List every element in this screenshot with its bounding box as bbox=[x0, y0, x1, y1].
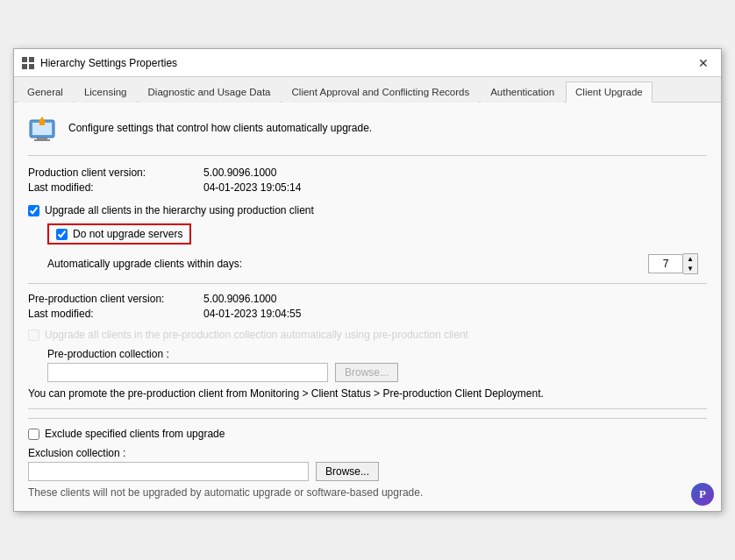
exclusion-collection-input[interactable] bbox=[28, 462, 309, 481]
tab-client-upgrade[interactable]: Client Upgrade bbox=[566, 82, 653, 103]
exclude-section: Exclude specified clients from upgrade E… bbox=[28, 418, 707, 499]
exclusion-collection-label: Exclusion collection : bbox=[28, 447, 125, 459]
exclude-clients-row: Exclude specified clients from upgrade bbox=[28, 428, 707, 440]
do-not-upgrade-servers-row: Do not upgrade servers bbox=[47, 223, 191, 245]
svg-rect-3 bbox=[29, 64, 34, 69]
content-area: Configure settings that control how clie… bbox=[14, 103, 721, 511]
exclusion-collection-section: Exclusion collection : Browse... bbox=[28, 447, 707, 481]
do-not-upgrade-servers-label[interactable]: Do not upgrade servers bbox=[73, 228, 182, 240]
note-text: You can promote the pre-production clien… bbox=[28, 387, 707, 400]
svg-rect-9 bbox=[34, 139, 50, 141]
tab-authentication[interactable]: Authentication bbox=[481, 82, 564, 103]
description-row: Configure settings that control how clie… bbox=[28, 115, 707, 156]
preprod-upgrade-row: Upgrade all clients in the pre-productio… bbox=[28, 329, 707, 341]
svg-rect-7 bbox=[39, 122, 45, 125]
exclude-clients-label[interactable]: Exclude specified clients from upgrade bbox=[45, 428, 225, 440]
tab-diagnostic[interactable]: Diagnostic and Usage Data bbox=[139, 82, 281, 103]
auto-upgrade-row: Automatically upgrade clients within day… bbox=[47, 253, 707, 274]
prod-modified-label: Last modified: bbox=[28, 181, 203, 194]
exclusion-browse-button[interactable]: Browse... bbox=[316, 462, 379, 481]
title-bar: Hierarchy Settings Properties ✕ bbox=[14, 49, 721, 77]
preprod-collection-field: Pre-production collection : Browse... bbox=[47, 348, 707, 382]
spinner-down-button[interactable]: ▼ bbox=[683, 264, 697, 273]
svg-rect-1 bbox=[29, 57, 34, 62]
preprod-collection-input[interactable] bbox=[47, 363, 328, 382]
days-input[interactable] bbox=[648, 254, 683, 273]
do-not-upgrade-servers-checkbox[interactable] bbox=[56, 229, 68, 240]
preprod-upgrade-checkbox[interactable] bbox=[28, 330, 39, 341]
svg-rect-8 bbox=[37, 138, 47, 139]
svg-marker-6 bbox=[39, 117, 46, 122]
preprod-browse-button[interactable]: Browse... bbox=[335, 363, 398, 382]
spinner-buttons: ▲ ▼ bbox=[683, 253, 698, 274]
prod-version-label: Production client version: bbox=[28, 167, 203, 179]
days-spinner: ▲ ▼ bbox=[648, 253, 698, 274]
preprod-version-value: 5.00.9096.1000 bbox=[203, 293, 707, 305]
tab-licensing[interactable]: Licensing bbox=[75, 82, 137, 103]
preprod-collection-label: Pre-production collection : bbox=[47, 348, 707, 360]
divider-1 bbox=[28, 283, 707, 284]
pre-production-info: Pre-production client version: 5.00.9096… bbox=[28, 293, 707, 320]
preprod-modified-label: Last modified: bbox=[28, 308, 203, 320]
title-bar-left: Hierarchy Settings Properties bbox=[21, 56, 177, 70]
svg-rect-2 bbox=[22, 64, 27, 69]
tabs-container: General Licensing Diagnostic and Usage D… bbox=[14, 77, 721, 103]
preprod-modified-value: 04-01-2023 19:04:55 bbox=[203, 308, 707, 320]
upgrade-all-row: Upgrade all clients in the hierarchy usi… bbox=[28, 204, 707, 216]
divider-2 bbox=[28, 408, 707, 409]
tab-general[interactable]: General bbox=[18, 82, 73, 103]
footer-note: These clients will not be upgraded by au… bbox=[28, 486, 707, 499]
close-button[interactable]: ✕ bbox=[693, 53, 714, 74]
window-title: Hierarchy Settings Properties bbox=[40, 57, 177, 69]
upgrade-all-label[interactable]: Upgrade all clients in the hierarchy usi… bbox=[45, 204, 314, 216]
production-info: Production client version: 5.00.9096.100… bbox=[28, 167, 707, 194]
exclude-clients-checkbox[interactable] bbox=[28, 429, 39, 440]
preprod-collection-input-row: Browse... bbox=[47, 363, 707, 382]
preprod-version-label: Pre-production client version: bbox=[28, 293, 203, 305]
upgrade-all-checkbox[interactable] bbox=[28, 205, 39, 216]
prod-modified-value: 04-01-2023 19:05:14 bbox=[203, 181, 707, 194]
description-text: Configure settings that control how clie… bbox=[68, 115, 372, 134]
main-window: Hierarchy Settings Properties ✕ General … bbox=[13, 48, 722, 512]
preprod-upgrade-label: Upgrade all clients in the pre-productio… bbox=[45, 329, 468, 341]
exclusion-input-row: Browse... bbox=[28, 462, 707, 481]
auto-upgrade-label: Automatically upgrade clients within day… bbox=[47, 258, 242, 270]
spinner-up-button[interactable]: ▲ bbox=[683, 254, 697, 264]
window-icon bbox=[21, 56, 35, 70]
tab-client-approval[interactable]: Client Approval and Conflicting Records bbox=[282, 82, 480, 103]
prod-version-value: 5.00.9096.1000 bbox=[203, 167, 707, 179]
patchmypc-logo: P bbox=[691, 483, 714, 506]
svg-rect-0 bbox=[22, 57, 27, 62]
upgrade-icon bbox=[28, 115, 60, 146]
